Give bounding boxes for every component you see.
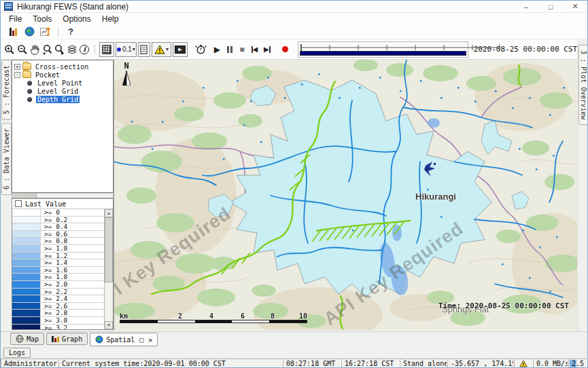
side-tab[interactable]: 6 : Data Viewer [1,123,12,195]
scrollbar-thumb[interactable] [12,194,37,198]
record-icon [282,46,288,52]
tree-item-label[interactable]: Cross-section [34,63,90,71]
tree-item-icon [27,81,32,86]
legend-swatch [12,245,41,252]
legend-row-label: >= 1.0 [41,245,67,252]
tree-item-label[interactable]: Level Grid [36,88,80,95]
bottom-tab-bar: Map Graph Spatial □ ✕ [1,331,587,346]
timeline-span-bar[interactable] [300,51,466,56]
legend-panel: Last Value >= 0 >= 0.2 [12,198,114,330]
toolbar-separator [94,44,95,55]
pause-button[interactable] [224,42,236,57]
menu-item[interactable]: File [3,14,27,24]
zoom-in-button[interactable] [3,42,16,57]
info-button[interactable]: i [78,42,90,57]
stopwatch-icon [195,43,207,55]
map-display-button[interactable] [21,25,37,39]
side-tab[interactable]: 3 : Plot Overview [578,45,588,125]
scale-labels: km 2 4 6 8 10 [120,312,283,320]
timeseries-dialog-button[interactable] [37,25,54,39]
legend-row[interactable]: >= 1.0 [12,245,104,253]
zoom-next-button[interactable] [53,42,65,57]
last-value-label: Last Value [25,200,66,208]
last-value-checkbox[interactable] [15,200,22,207]
scrollbar-thumb[interactable] [105,217,113,282]
tab-close-icon[interactable]: ✕ [148,336,152,344]
tree-item-label[interactable]: Level Point [36,79,84,87]
scroll-up-button[interactable]: ▲ [105,209,113,217]
step-back-button[interactable]: ◀ [248,42,260,57]
tree-expander[interactable]: + [14,64,20,70]
grid-display-button[interactable] [99,42,114,57]
globe-icon [95,335,103,344]
stop-button[interactable]: ■ [236,42,248,57]
tree-item-label[interactable]: Depth Grid [36,96,80,103]
menu-item[interactable]: Options [57,14,96,24]
contour-interval-dropdown[interactable]: 0.1 ▾ [116,42,136,57]
legend-row[interactable]: >= 2.0 [12,281,104,289]
animation-window-button[interactable]: ▶ [173,42,188,57]
help-icon: ? [68,26,73,37]
close-button[interactable]: ✕ [563,1,587,12]
step-forward-bar [269,46,271,53]
movie-play-icon: ▶ [175,45,186,54]
tab-map[interactable]: Map [10,333,44,345]
tree-expander[interactable]: - [14,72,20,78]
database-viewer-button[interactable] [5,25,21,39]
legend-row-label: >= 1.2 [41,253,67,259]
zoom-next-icon [54,44,65,55]
scale-tick: 8 [271,312,275,320]
side-tab[interactable]: 5 : Forecast [1,60,12,119]
layer-tree-panel: + Cross-section - Pocket Level Point [12,60,114,193]
logs-button[interactable]: Logs [3,348,31,358]
status-throughput: 0.0 MB/s [533,358,568,368]
legend-vertical-scrollbar[interactable]: ▲ ▼ [104,209,113,329]
map-time-label: Time: 2020-08-25 00:00:00 CST [438,301,569,310]
tree-item-label[interactable]: Pocket [34,71,61,79]
legend-row[interactable]: >= 3.0 [12,317,104,325]
record-button[interactable] [279,42,291,57]
layers-button[interactable] [66,42,78,57]
help-button[interactable]: ? [63,25,79,39]
status-mode: Stand alone [400,358,447,368]
tree-horizontal-scrollbar[interactable] [12,193,114,198]
app-logo-icon [4,2,13,11]
step-forward-button[interactable]: ▶ [261,42,273,57]
legend-row-label: >= 2.0 [41,281,67,288]
menu-item[interactable]: Tools [27,14,57,24]
tab-graph[interactable]: Graph [46,333,88,345]
right-tab-strip: 3 : Plot Overview [577,39,588,331]
menu-item[interactable]: Help [97,14,124,24]
map-canvas[interactable] [114,60,577,330]
map-toolbar: i 0.1 ▾ ▾ [1,39,577,60]
tab-maximize-icon[interactable]: □ [139,336,143,344]
minimize-button[interactable]: – [514,1,538,12]
label-toggle-button[interactable] [138,42,151,57]
tree-row: Depth Grid [12,95,113,103]
timeline-slider[interactable] [298,41,468,58]
status-warning-cell[interactable] [514,358,533,368]
tab-spatial[interactable]: Spatial □ ✕ [90,333,158,346]
warning-threshold-dropdown[interactable]: ▾ [152,42,171,57]
legend-swatch [12,209,41,216]
zoom-in-icon [4,44,15,55]
logs-row: Logs [1,346,587,358]
zoom-previous-button[interactable] [41,42,53,57]
play-icon: ▶ [214,45,220,54]
toolbar-separator [58,26,58,37]
globe-icon [24,26,35,37]
legend-row[interactable]: >= 0 [12,209,104,217]
zoom-out-button[interactable] [16,42,28,57]
map-view[interactable]: N API Key Required API Key Required Hiku… [114,60,577,330]
status-memory: 2.5 GB [568,358,587,368]
left-tab-strip: 5 : Forecast6 : Data Viewer [1,60,12,331]
legend-row-label: >= 0.4 [41,223,67,230]
maximize-button[interactable]: □ [538,1,563,12]
legend-row[interactable]: >= 3.2 [12,325,104,330]
animation-timer-button[interactable] [194,42,207,57]
warning-icon [154,45,165,54]
scroll-down-button[interactable]: ▼ [105,321,113,329]
pan-button[interactable] [29,42,41,57]
play-button[interactable]: ▶ [211,42,223,57]
window-title: Hikurangi FEWS (Stand alone) [17,2,128,12]
